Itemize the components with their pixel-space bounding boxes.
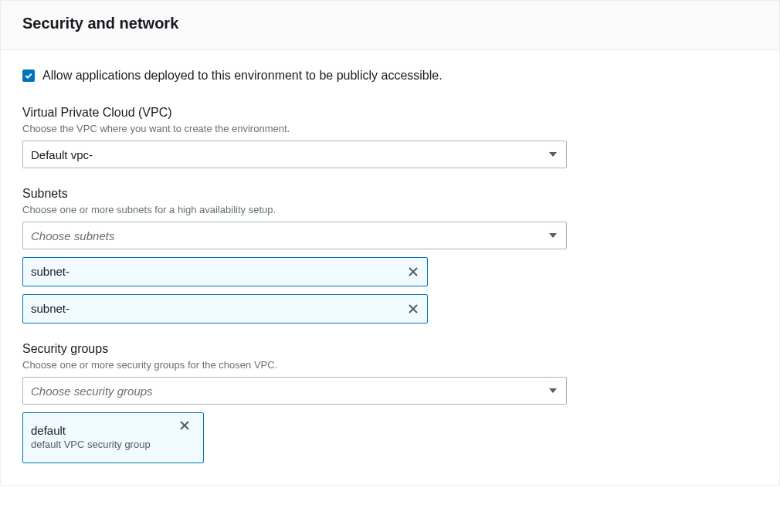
public-access-row: Allow applications deployed to this envi… <box>22 69 758 83</box>
panel-body: Allow applications deployed to this envi… <box>1 50 779 485</box>
public-access-label: Allow applications deployed to this envi… <box>42 69 443 83</box>
security-groups-label: Security groups <box>22 342 758 356</box>
vpc-group: Virtual Private Cloud (VPC) Choose the V… <box>22 106 758 168</box>
caret-down-icon <box>549 388 557 393</box>
security-group-token-text: default default VPC security group <box>31 418 151 458</box>
security-groups-group: Security groups Choose one or more secur… <box>22 342 758 463</box>
subnet-token: subnet- <box>22 294 428 324</box>
close-icon <box>178 419 191 432</box>
remove-subnet-button[interactable] <box>399 303 427 315</box>
subnets-label: Subnets <box>22 187 758 201</box>
vpc-select-value: Default vpc- <box>31 148 93 161</box>
subnet-token-label: subnet- <box>31 302 70 317</box>
remove-security-group-button[interactable] <box>171 419 198 432</box>
subnets-placeholder: Choose subnets <box>31 229 114 242</box>
subnet-tokens: subnet- subnet- <box>22 257 758 324</box>
security-group-tokens: default default VPC security group <box>22 412 758 463</box>
remove-subnet-button[interactable] <box>399 266 427 278</box>
security-network-panel: Security and network Allow applications … <box>0 0 780 486</box>
panel-header: Security and network <box>1 1 779 50</box>
close-icon <box>407 303 419 315</box>
security-group-token-label: default <box>31 424 151 439</box>
subnet-token-label: subnet- <box>31 265 70 280</box>
security-groups-select[interactable]: Choose security groups <box>22 377 567 405</box>
panel-title: Security and network <box>22 15 758 32</box>
subnet-token: subnet- <box>22 257 428 286</box>
caret-down-icon <box>549 152 557 157</box>
subnets-group: Subnets Choose one or more subnets for a… <box>22 187 758 324</box>
caret-down-icon <box>549 233 557 238</box>
vpc-help: Choose the VPC where you want to create … <box>22 123 758 134</box>
subnets-help: Choose one or more subnets for a high av… <box>22 204 758 215</box>
security-groups-help: Choose one or more security groups for t… <box>22 359 758 371</box>
security-group-token-desc: default VPC security group <box>31 439 151 452</box>
close-icon <box>407 266 419 278</box>
security-group-token: default default VPC security group <box>22 412 204 463</box>
vpc-label: Virtual Private Cloud (VPC) <box>22 106 758 120</box>
check-icon <box>24 71 33 80</box>
public-access-checkbox[interactable] <box>22 69 35 82</box>
security-groups-placeholder: Choose security groups <box>31 385 153 398</box>
vpc-select[interactable]: Default vpc- <box>22 141 567 168</box>
subnets-select[interactable]: Choose subnets <box>22 222 567 249</box>
